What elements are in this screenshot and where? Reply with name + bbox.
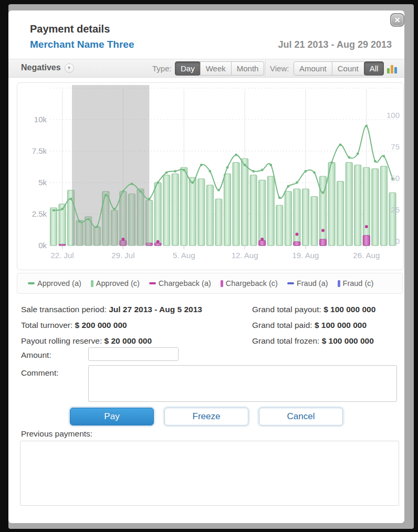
summary-value: Jul 27 2013 - Aug 5 2013 (109, 305, 202, 314)
svg-text:5. Aug: 5. Aug (173, 251, 195, 260)
summary-row: Grand total payout: $ 100 000 000 (252, 302, 375, 317)
svg-text:22. Jul: 22. Jul (50, 251, 74, 260)
comment-label: Comment: (21, 368, 59, 378)
svg-text:26. Aug: 26. Aug (353, 251, 380, 260)
summary-label: Payout rolling reserve: (21, 336, 104, 345)
svg-text:29. Jul: 29. Jul (111, 251, 134, 260)
summary-label: Grand total paid: (252, 321, 315, 329)
legend-marker-bar-icon (91, 280, 93, 287)
legend-label: Approved (c) (96, 279, 140, 288)
summary-row: Sale transaction period: Jul 27 2013 - A… (21, 302, 202, 317)
legend-marker-dash-icon (287, 282, 294, 284)
bar-chart-icon-bar (391, 65, 393, 73)
chart-legend: Approved (a)Approved (c)Chargeback (a)Ch… (17, 273, 403, 294)
bar-chart-icon-bar (394, 67, 397, 73)
toolbar-divider (265, 60, 266, 77)
pay-button[interactable]: Pay (70, 408, 154, 425)
amount-label: Amount: (21, 350, 51, 360)
legend-item: Fraud (a) (287, 279, 328, 288)
merchant-name-link[interactable]: Merchant Name Three (30, 39, 134, 50)
bar-chart-icon-bar (387, 68, 390, 73)
chart-panel: 0k2.5k5k7.5k10k025507510022. Jul29. Jul5… (17, 82, 404, 270)
summary-value: $ 200 000 000 (75, 321, 127, 329)
negatives-label: Negatives (21, 63, 61, 72)
comment-textarea[interactable] (88, 365, 397, 402)
summary-label: Grand total payout: (252, 305, 323, 314)
previous-payments-box (20, 441, 399, 506)
summary-value: $ 100 000 000 (322, 336, 374, 345)
summary-left-column: Sale transaction period: Jul 27 2013 - A… (21, 302, 202, 349)
legend-label: Chargeback (a) (159, 279, 211, 288)
view-label: View: (270, 64, 289, 73)
legend-item: Chargeback (c) (221, 279, 278, 288)
legend-marker-dash-icon (149, 282, 156, 284)
legend-label: Fraud (c) (343, 279, 374, 288)
legend-item: Approved (a) (28, 279, 81, 288)
summary-label: Grand total frozen: (252, 336, 322, 345)
legend-item: Chargeback (a) (149, 279, 211, 288)
date-range: Jul 21 2013 - Aug 29 2013 (278, 39, 392, 50)
svg-text:75: 75 (391, 142, 400, 151)
summary-row: Total turnover: $ 200 000 000 (21, 317, 202, 333)
bar-chart-icon[interactable] (387, 63, 400, 73)
svg-text:2.5k: 2.5k (32, 209, 47, 218)
summary-right-column: Grand total payout: $ 100 000 000Grand t… (252, 302, 375, 349)
type-option-day[interactable]: Day (175, 61, 201, 76)
legend-item: Fraud (c) (338, 279, 374, 288)
summary-value: $ 100 000 000 (315, 321, 367, 329)
previous-payments-label: Previous payments: (21, 429, 92, 439)
summary-value: $ 20 000 000 (104, 336, 152, 345)
svg-text:19. Aug: 19. Aug (292, 251, 319, 260)
svg-text:100: 100 (386, 111, 400, 120)
summary-label: Sale transaction period: (21, 305, 109, 314)
x-axis-labels: 22. Jul29. Jul5. Aug12. Aug19. Aug26. Au… (50, 251, 380, 260)
legend-label: Fraud (a) (297, 279, 328, 288)
svg-text:12. Aug: 12. Aug (232, 251, 258, 260)
legend-marker-bar-icon (221, 280, 223, 287)
svg-text:0: 0 (395, 237, 400, 246)
summary-row: Grand total frozen: $ 100 000 000 (252, 333, 375, 349)
type-option-month[interactable]: Month (231, 61, 265, 76)
view-option-amount[interactable]: Amount (294, 61, 332, 76)
left-axis-labels: 0k2.5k5k7.5k10k (32, 115, 47, 250)
close-icon: ✕ (394, 16, 401, 24)
view-option-count[interactable]: Count (332, 61, 364, 76)
type-label: Type: (152, 64, 172, 73)
legend-marker-bar-icon (338, 280, 340, 287)
type-option-week[interactable]: Week (200, 61, 232, 76)
chart-canvas[interactable]: 0k2.5k5k7.5k10k025507510022. Jul29. Jul5… (17, 83, 402, 269)
page-title: Payment details (30, 23, 110, 35)
view-option-all[interactable]: All (364, 61, 384, 76)
legend-marker-dash-icon (28, 282, 35, 284)
close-button[interactable]: ✕ (390, 13, 404, 27)
cancel-button[interactable]: Cancel (259, 408, 343, 425)
summary-value: $ 100 000 000 (323, 305, 375, 314)
type-segmented-control: DayWeekMonth (175, 61, 264, 76)
summary-row: Grand total paid: $ 100 000 000 (252, 317, 375, 333)
summary-label: Total turnover: (21, 321, 75, 329)
svg-text:25: 25 (391, 205, 400, 214)
legend-label: Approved (a) (37, 279, 81, 288)
svg-text:7.5k: 7.5k (32, 146, 47, 155)
svg-text:50: 50 (391, 174, 400, 183)
view-segmented-control: AmountCountAll (294, 61, 384, 76)
legend-label: Chargeback (c) (226, 279, 278, 288)
amount-input[interactable] (88, 347, 179, 361)
payment-details-dialog: ✕ Payment details Merchant Name Three Ju… (8, 10, 404, 523)
chevron-down-icon: ▾ (65, 63, 74, 73)
freeze-button[interactable]: Freeze (164, 408, 248, 425)
negatives-dropdown[interactable]: Negatives▾ (21, 63, 74, 73)
svg-text:10k: 10k (34, 115, 47, 124)
summary-row: Payout rolling reserve: $ 20 000 000 (21, 333, 202, 349)
legend-item: Approved (c) (91, 279, 140, 288)
chart-toolbar: Negatives▾ Type: DayWeekMonth View: Amou… (8, 59, 404, 78)
svg-text:0k: 0k (38, 241, 47, 250)
svg-text:5k: 5k (38, 178, 47, 187)
